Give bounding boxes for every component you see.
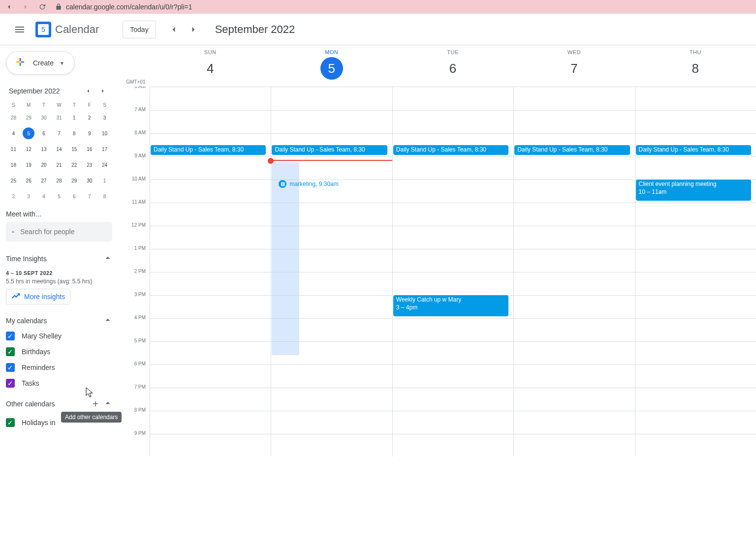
time-label: 1 PM — [122, 245, 150, 269]
mini-day[interactable]: 8 — [99, 190, 111, 202]
time-insights-header[interactable]: Time Insights — [6, 251, 112, 266]
event-weekly-catchup[interactable]: Weekly Catch up w Mary3 – 4pm — [393, 295, 508, 316]
calendar-item-label: Reminders — [22, 364, 55, 371]
mini-day[interactable]: 10 — [99, 127, 111, 139]
mini-prev-button[interactable] — [82, 85, 94, 97]
mini-day[interactable]: 1 — [99, 175, 111, 186]
time-selection[interactable] — [272, 162, 299, 355]
time-label: 10 AM — [122, 176, 150, 199]
mini-day[interactable]: 23 — [84, 159, 95, 171]
mini-day[interactable]: 15 — [68, 143, 80, 155]
event-standup[interactable]: Daily Stand Up - Sales Team, 8:30 — [151, 145, 266, 155]
day-header-cell[interactable]: TUE6 — [392, 45, 513, 87]
mini-day[interactable]: 5 — [53, 190, 65, 202]
checkbox[interactable]: ✓ — [6, 363, 15, 372]
day-header-cell[interactable]: SUN4 — [150, 45, 271, 87]
mini-day[interactable]: 9 — [84, 127, 95, 139]
mini-day[interactable]: 7 — [84, 190, 95, 202]
mini-day[interactable]: 17 — [99, 143, 111, 155]
calendar-item[interactable]: ✓Reminders — [6, 360, 112, 375]
forward-icon[interactable] — [22, 3, 30, 11]
event-standup[interactable]: Daily Stand Up - Sales Team, 8:30 — [272, 145, 387, 155]
mini-day[interactable]: 25 — [7, 175, 19, 186]
mini-day[interactable]: 16 — [84, 143, 95, 155]
mini-day[interactable]: 30 — [38, 112, 50, 123]
day-column[interactable] — [635, 87, 756, 457]
back-icon[interactable] — [5, 3, 13, 11]
event-standup[interactable]: Daily Stand Up - Sales Team, 8:30 — [514, 145, 630, 155]
mini-day[interactable]: 7 — [53, 127, 65, 139]
calendar-item[interactable]: ✓Mary Shelley — [6, 328, 112, 344]
event-standup[interactable]: Daily Stand Up - Sales Team, 8:30 — [393, 145, 508, 155]
mini-day[interactable]: 28 — [53, 175, 65, 186]
calendar-item[interactable]: ✓Tasks — [6, 375, 112, 391]
mini-day[interactable]: 2 — [84, 112, 95, 123]
add-other-calendars-button[interactable]: + — [90, 398, 101, 410]
prev-period-button[interactable] — [166, 22, 182, 37]
mini-day[interactable]: 12 — [23, 143, 34, 155]
event-marketing[interactable]: ▦marketing, 9:30am — [279, 180, 338, 188]
mini-day[interactable]: 13 — [38, 143, 50, 155]
mini-day[interactable]: 1 — [68, 112, 80, 123]
day-header-cell[interactable]: WED7 — [513, 45, 634, 87]
mini-day[interactable]: 2 — [7, 190, 19, 202]
checkbox[interactable]: ✓ — [6, 418, 15, 427]
mini-day[interactable]: 28 — [7, 112, 19, 123]
day-column[interactable] — [150, 87, 271, 457]
address-bar[interactable]: calendar.google.com/calendar/u/0/r?pli=1 — [55, 3, 192, 11]
mini-day[interactable]: 29 — [68, 175, 80, 186]
meet-with-title: Meet with... — [6, 210, 112, 218]
mini-next-button[interactable] — [96, 85, 109, 97]
reload-icon[interactable] — [38, 3, 46, 11]
grid-icon: ▦ — [279, 180, 286, 188]
mini-day[interactable]: 31 — [53, 112, 65, 123]
mini-day[interactable]: 19 — [23, 159, 34, 171]
create-button[interactable]: Create ▼ — [6, 51, 75, 75]
today-button[interactable]: Today — [123, 21, 156, 38]
event-standup[interactable]: Daily Stand Up - Sales Team, 8:30 — [636, 145, 751, 155]
chevron-up-icon[interactable] — [103, 398, 112, 409]
main-menu-button[interactable] — [8, 18, 32, 41]
mini-day[interactable]: 20 — [38, 159, 50, 171]
mini-day[interactable]: 11 — [7, 143, 19, 155]
dow-label: WED — [513, 49, 634, 55]
more-insights-button[interactable]: More insights — [6, 289, 70, 305]
search-people-box[interactable] — [6, 222, 112, 242]
chevron-up-icon — [103, 253, 112, 264]
mini-day[interactable]: 24 — [99, 159, 111, 171]
mini-day[interactable]: 5 — [23, 127, 34, 139]
checkbox[interactable]: ✓ — [6, 332, 15, 340]
mini-day[interactable]: 27 — [38, 175, 50, 186]
mini-day[interactable]: 30 — [84, 175, 95, 186]
search-people-input[interactable] — [20, 228, 106, 236]
date-number: 4 — [199, 57, 221, 80]
mini-day[interactable]: 29 — [23, 112, 34, 123]
mini-day[interactable]: 21 — [53, 159, 65, 171]
mini-day[interactable]: 6 — [38, 127, 50, 139]
my-calendars-header[interactable]: My calendars — [6, 313, 112, 328]
mini-day[interactable]: 22 — [68, 159, 80, 171]
calendar-logo-icon: 5 — [35, 22, 51, 37]
day-column[interactable] — [513, 87, 634, 457]
mini-day[interactable]: 26 — [23, 175, 34, 186]
checkbox[interactable]: ✓ — [6, 379, 15, 388]
mini-day[interactable]: 8 — [68, 127, 80, 139]
insights-icon — [11, 292, 20, 301]
mini-day[interactable]: 3 — [23, 190, 34, 202]
day-column[interactable] — [392, 87, 513, 457]
mini-day[interactable]: 14 — [53, 143, 65, 155]
event-client-planning[interactable]: Client event planning meeting10 – 11am — [636, 180, 751, 201]
mini-day[interactable]: 6 — [68, 190, 80, 202]
mini-day[interactable]: 18 — [7, 159, 19, 171]
mini-day[interactable]: 3 — [99, 112, 111, 123]
mini-day[interactable]: 4 — [38, 190, 50, 202]
day-header-cell[interactable]: MON5 — [271, 45, 392, 87]
week-grid[interactable]: Daily Stand Up - Sales Team, 8:30Daily S… — [150, 87, 756, 457]
next-period-button[interactable] — [186, 22, 201, 37]
checkbox[interactable]: ✓ — [6, 347, 15, 356]
app-logo[interactable]: 5 Calendar — [35, 22, 99, 37]
mini-day[interactable]: 4 — [7, 127, 19, 139]
day-header-cell[interactable]: THU8 — [635, 45, 756, 87]
date-number: 7 — [563, 57, 585, 80]
calendar-item[interactable]: ✓Birthdays — [6, 344, 112, 360]
